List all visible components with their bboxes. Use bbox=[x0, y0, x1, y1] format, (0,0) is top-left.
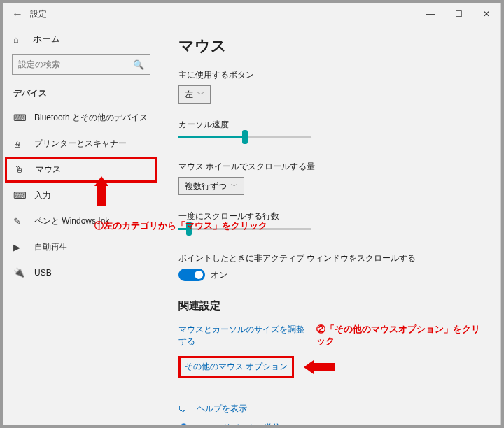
cursor-speed-label: カーソル速度 bbox=[178, 119, 484, 131]
pen-icon: ✎ bbox=[13, 216, 26, 227]
mouse-icon: 🖱 bbox=[15, 164, 27, 175]
bluetooth-icon: ⌨ bbox=[13, 113, 26, 123]
settings-window: ← 設定 — ☐ ✕ ⌂ ホーム 🔍 デバイス ⌨ Bluetooth とその他… bbox=[3, 3, 501, 425]
sidebar-item-usb[interactable]: 🔌 USB bbox=[4, 260, 159, 285]
usb-icon: 🔌 bbox=[13, 267, 26, 278]
link-cursor-size[interactable]: マウスとカーソルのサイズを調整する bbox=[178, 324, 309, 348]
minimize-button[interactable]: — bbox=[416, 3, 444, 24]
wheel-scroll-select[interactable]: 複数行ずつ ﹀ bbox=[178, 177, 244, 195]
related-settings-header: 関連設定 bbox=[178, 299, 484, 313]
sidebar-item-label: 入力 bbox=[34, 190, 51, 201]
help-link[interactable]: 🗨 ヘルプを表示 bbox=[178, 403, 484, 415]
sidebar-item-label: USB bbox=[34, 268, 52, 278]
printer-icon: 🖨 bbox=[13, 138, 26, 149]
inactive-scroll-label: ポイントしたときに非アクティブ ウィンドウをスクロールする bbox=[178, 252, 484, 264]
chevron-down-icon: ﹀ bbox=[197, 90, 204, 99]
window-title: 設定 bbox=[27, 8, 47, 20]
sidebar-item-typing[interactable]: ⌨ 入力 bbox=[4, 183, 159, 208]
help-label: ヘルプを表示 bbox=[197, 403, 247, 415]
primary-button-label: 主に使用するボタン bbox=[178, 69, 484, 81]
inactive-scroll-toggle[interactable] bbox=[178, 269, 205, 281]
sidebar-item-bluetooth[interactable]: ⌨ Bluetooth とその他のデバイス bbox=[4, 105, 159, 131]
slider-thumb[interactable] bbox=[242, 130, 248, 144]
annotation-arrow-up bbox=[94, 176, 108, 206]
sidebar-item-label: 自動再生 bbox=[34, 241, 68, 253]
home-nav[interactable]: ⌂ ホーム bbox=[4, 29, 159, 50]
toggle-state: オン bbox=[211, 269, 227, 281]
annotation-2: ②「その他のマウスオプション」をクリック bbox=[316, 324, 484, 348]
annotation-1: ①左のカテゴリから「マウス」をクリック bbox=[159, 220, 267, 232]
help-icon: 🗨 bbox=[178, 404, 192, 414]
annotation-arrow-left bbox=[304, 360, 335, 374]
sidebar-item-autoplay[interactable]: ▶ 自動再生 bbox=[4, 234, 159, 260]
autoplay-icon: ▶ bbox=[13, 242, 26, 252]
category-header: デバイス bbox=[4, 83, 159, 105]
sidebar-item-printers[interactable]: 🖨 プリンターとスキャナー bbox=[4, 131, 159, 157]
maximize-button[interactable]: ☐ bbox=[444, 3, 472, 24]
page-title: マウス bbox=[178, 36, 484, 57]
primary-button-select[interactable]: 左 ﹀ bbox=[178, 85, 211, 104]
back-button[interactable]: ← bbox=[8, 8, 27, 20]
search-box[interactable]: 🔍 bbox=[12, 54, 150, 75]
window-controls: — ☐ ✕ bbox=[416, 3, 500, 24]
titlebar: ← 設定 — ☐ ✕ bbox=[4, 3, 500, 24]
feedback-label: フィードバックの送信 bbox=[197, 422, 281, 425]
feedback-icon: 👤 bbox=[178, 423, 192, 425]
home-label: ホーム bbox=[33, 33, 60, 45]
link-other-mouse-options[interactable]: その他のマウス オプション bbox=[185, 361, 288, 373]
search-input[interactable] bbox=[18, 59, 133, 69]
feedback-link[interactable]: 👤 フィードバックの送信 bbox=[178, 422, 484, 425]
link-other-options-frame: その他のマウス オプション bbox=[178, 356, 294, 378]
keyboard-icon: ⌨ bbox=[13, 190, 26, 201]
chevron-down-icon: ﹀ bbox=[231, 181, 238, 191]
wheel-scroll-label: マウス ホイールでスクロールする量 bbox=[178, 161, 484, 173]
wheel-scroll-value: 複数行ずつ bbox=[185, 180, 227, 192]
cursor-speed-slider[interactable] bbox=[178, 136, 312, 138]
sidebar-item-mouse[interactable]: 🖱 マウス bbox=[5, 157, 158, 183]
sidebar-item-label: Bluetooth とその他のデバイス bbox=[34, 112, 148, 124]
sidebar-item-label: プリンターとスキャナー bbox=[34, 138, 127, 150]
home-icon: ⌂ bbox=[13, 34, 26, 45]
search-icon: 🔍 bbox=[133, 59, 144, 70]
main-panel: マウス 主に使用するボタン 左 ﹀ カーソル速度 マウス ホイールでスクロールす… bbox=[159, 24, 500, 425]
sidebar-item-label: マウス bbox=[36, 164, 61, 176]
primary-button-value: 左 bbox=[185, 89, 193, 101]
close-button[interactable]: ✕ bbox=[472, 3, 500, 24]
